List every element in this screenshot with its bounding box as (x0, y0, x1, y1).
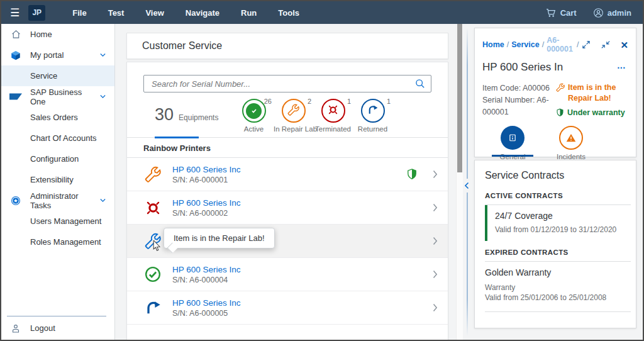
expired-contracts-section: EXPIRED CONTRACTS Golden Warranty Warran… (485, 249, 631, 309)
wrench-icon (556, 83, 565, 92)
hamburger-menu-icon[interactable]: ☰ (10, 6, 19, 20)
equipment-name-link[interactable]: HP 600 Series Inc (172, 165, 406, 174)
menu-view[interactable]: View (135, 8, 174, 18)
equipment-row[interactable]: HP 600 Series Inc S/N: A6-000004 (127, 258, 448, 291)
equipment-info: HP 600 Series Inc S/N: A6-000001 (172, 165, 406, 184)
active-contracts-section: ACTIVE CONTRACTS 24/7 Coverage Valid fro… (485, 192, 631, 241)
active-tab-indicator (492, 155, 533, 157)
returned-count-badge: 1 (387, 98, 391, 105)
contract-name: 24/7 Coverage (495, 211, 631, 221)
menu-file[interactable]: File (62, 8, 97, 18)
sidebar-item-label: Extensibility (30, 175, 114, 184)
sidebar-item-my-portal[interactable]: My portal (1, 45, 114, 65)
equipment-name-link[interactable]: HP 600 Series Inc (172, 298, 433, 308)
sidebar-item-roles-management[interactable]: Roles Management (1, 232, 114, 252)
contract-item[interactable]: Golden Warranty Warranty Valid from 25/0… (485, 262, 631, 309)
tab-incidents[interactable]: Incidents (550, 126, 592, 160)
scrollbar-thumb[interactable] (457, 24, 462, 172)
user-menu-button[interactable]: admin (593, 8, 631, 18)
equipment-list-card: 30 Equipments 26 Active 2 In Repair Lab … (126, 62, 448, 341)
chevron-down-icon[interactable] (99, 51, 107, 59)
sidebar-item-sales-orders[interactable]: Sales Orders (1, 107, 114, 128)
sidebar-item-label: Users Management (30, 216, 114, 226)
serial-number: Serial Number: A6-000001 (482, 94, 556, 118)
sidebar-item-label: Chart Of Accounts (30, 133, 114, 143)
contract-validity: Valid from 01/12/2019 to 31/12/2020 (495, 225, 631, 234)
repair-count-badge: 2 (308, 98, 311, 105)
mouse-cursor (153, 240, 161, 254)
detail-title: HP 600 Series In (482, 61, 617, 74)
cart-button[interactable]: Cart (545, 7, 577, 18)
sidebar-item-service[interactable]: Service (1, 65, 114, 86)
chevron-down-icon[interactable] (99, 92, 107, 101)
menu-tools[interactable]: Tools (267, 8, 310, 18)
badge-icon (1, 195, 30, 206)
equipment-name-link[interactable]: HP 600 Series Inc (172, 198, 433, 208)
terminated-icon (143, 198, 162, 217)
equipment-row[interactable]: HP 600 Series Inc S/N: A6-000002 (127, 191, 448, 225)
item-statuses: Item is in the Repair Lab! Under warrant… (556, 82, 630, 118)
sidebar-item-home[interactable]: Home (1, 24, 114, 45)
breadcrumb-current: A6-000001 (547, 36, 574, 53)
sidebar-item-label: Home (30, 30, 114, 39)
person-icon (1, 323, 30, 333)
sidebar-divider (7, 316, 106, 316)
topbar-right: Cart admin (545, 7, 631, 18)
sidebar-item-users-management[interactable]: Users Management (1, 211, 114, 232)
equipment-row[interactable]: HP 600 Series Inc S/N: A6-000001 (127, 158, 448, 191)
sidebar-item-configuration[interactable]: Configuration (1, 148, 114, 169)
chevron-right-icon (433, 237, 438, 245)
main-scrollbar[interactable] (456, 24, 463, 340)
tab-all-equipments[interactable]: 30 Equipments (155, 105, 234, 125)
menu-test[interactable]: Test (97, 8, 135, 18)
item-code: Item Code: A00006 (482, 82, 556, 94)
breadcrumb-service[interactable]: Service (511, 40, 539, 49)
app-window: ☰ JP File Test View Navigate Run Tools C… (0, 0, 644, 341)
contract-item[interactable]: 24/7 Coverage Valid from 01/12/2019 to 3… (485, 205, 631, 241)
repair-status-text: Item is in the Repair Lab! (568, 82, 630, 104)
equipment-row-hovered[interactable]: Item is in the Repair Lab! (127, 225, 448, 258)
sidebar-item-label: Configuration (30, 154, 114, 164)
overflow-menu-icon[interactable]: ⋯ (617, 62, 627, 72)
expired-contracts-header: EXPIRED CONTRACTS (485, 249, 631, 262)
warranty-shield-icon (406, 168, 418, 181)
equipment-row[interactable]: HP 600 Series Inc S/N: A6-000005 (127, 291, 448, 325)
expand-panel-icon[interactable] (581, 40, 591, 50)
logout-button[interactable]: Logout (1, 318, 114, 338)
app-logo[interactable]: JP (28, 5, 45, 21)
filter-in-repair-lab[interactable]: 2 In Repair Lab (274, 99, 313, 133)
warning-icon (565, 131, 577, 144)
filter-terminated[interactable]: 1 Terminated (313, 99, 353, 133)
sidebar-item-sap-business-one[interactable]: SAP Business One (1, 86, 114, 107)
sidebar-item-extensibility[interactable]: Extensibility (1, 169, 114, 190)
active-count-badge: 26 (264, 98, 272, 105)
breadcrumb-home[interactable]: Home (482, 40, 504, 49)
search-input[interactable] (150, 79, 414, 89)
close-icon[interactable]: ✕ (620, 40, 628, 50)
equipment-serial: S/N: A6-000002 (172, 209, 433, 218)
filter-active[interactable]: 26 Active (234, 99, 274, 133)
menu-navigate[interactable]: Navigate (175, 8, 230, 18)
filter-label: Active (234, 125, 274, 133)
topbar: ☰ JP File Test View Navigate Run Tools C… (1, 1, 643, 24)
equipment-name-link[interactable]: HP 600 Series Inc (172, 265, 433, 274)
menu-run[interactable]: Run (230, 8, 267, 18)
wrench-icon (287, 104, 299, 118)
filter-returned[interactable]: 1 Returned (353, 99, 392, 133)
return-arrow-icon (143, 298, 162, 317)
return-arrow-icon (367, 104, 379, 118)
breadcrumb-separator: / (542, 40, 544, 49)
sidebar-item-administrator-tasks[interactable]: Administrator Tasks (1, 190, 114, 211)
exit-fullscreen-icon[interactable] (601, 40, 611, 50)
warranty-status: Under warranty (556, 108, 630, 117)
group-title: Rainbow Printers (143, 143, 211, 153)
chevron-right-icon (433, 270, 438, 279)
check-circle-icon (143, 265, 162, 284)
panel-splitter[interactable] (465, 24, 469, 340)
chevron-down-icon[interactable] (99, 196, 107, 204)
breadcrumb: Home / Service / A6-000001 / ✕ (475, 28, 636, 56)
search-icon[interactable] (414, 78, 426, 89)
collapse-panel-icon[interactable] (464, 179, 469, 193)
equipment-detail-card: Home / Service / A6-000001 / ✕ HP 600 Se… (474, 28, 636, 157)
sidebar-item-chart-of-accounts[interactable]: Chart Of Accounts (1, 128, 114, 148)
